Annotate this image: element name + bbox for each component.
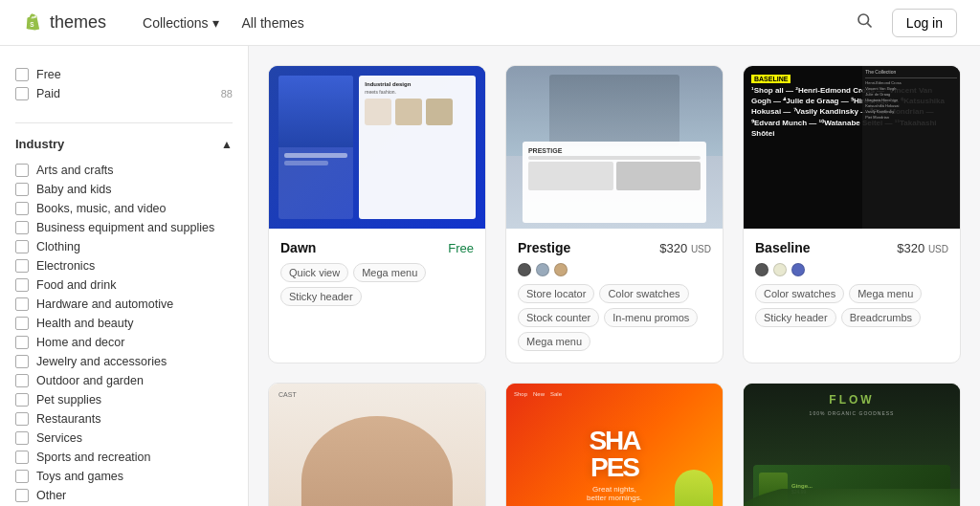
- industry-checkbox-16[interactable]: [15, 470, 29, 483]
- industry-checkbox-5[interactable]: [15, 259, 29, 273]
- tag: Sticky header: [280, 287, 362, 306]
- search-button[interactable]: [852, 8, 877, 37]
- main-content: Industrial design meets fashion. Dawn Fr…: [249, 46, 980, 506]
- theme-image: Industrial design meets fashion.: [269, 66, 485, 229]
- theme-image: BASELINE ¹Shop all — ²Henri-Edmond Cross…: [744, 66, 960, 229]
- theme-card[interactable]: BASELINE ¹Shop all — ²Henri-Edmond Cross…: [743, 65, 961, 363]
- swatch-2[interactable]: [791, 263, 805, 276]
- tag: Mega menu: [353, 263, 426, 282]
- industry-filter-item: Health and beauty: [15, 314, 233, 333]
- industry-checkbox-9[interactable]: [15, 336, 29, 349]
- industry-filter-item: Restaurants: [15, 409, 233, 429]
- tags: Store locatorColor swatchesStock counter…: [518, 284, 711, 351]
- industry-checkbox-6[interactable]: [15, 278, 29, 292]
- theme-image: ShopNewSale SHAPES Great nights,better m…: [506, 384, 723, 506]
- sidebar: Free Paid 88 Industry ▲ Arts and crafts: [0, 46, 249, 506]
- industry-filter-item: Services: [15, 429, 233, 448]
- industry-checkbox-15[interactable]: [15, 451, 29, 464]
- theme-card-body: Baseline $320 USD Color swatchesMega men…: [744, 229, 960, 339]
- svg-line-3: [867, 23, 871, 27]
- collections-nav[interactable]: Collections ▾: [133, 10, 228, 36]
- swatch-1[interactable]: [773, 263, 787, 276]
- theme-price: $320 USD: [897, 241, 948, 255]
- brand-logo[interactable]: S themes: [23, 12, 106, 33]
- industry-header: Industry ▲: [15, 137, 233, 151]
- theme-title-row: Prestige $320 USD: [518, 240, 711, 255]
- theme-price: $320 USD: [659, 241, 711, 255]
- swatch-0[interactable]: [518, 263, 531, 276]
- industry-checkbox-17[interactable]: [15, 489, 29, 502]
- theme-card[interactable]: FLOW 100% ORGANIC GOODNESS Ginge... $24.…: [743, 383, 961, 506]
- industry-filter-item: Arts and crafts: [15, 161, 233, 180]
- industry-checkbox-13[interactable]: [15, 412, 29, 426]
- theme-title-row: Baseline $320 USD: [755, 240, 948, 255]
- login-button[interactable]: Log in: [892, 9, 957, 37]
- theme-image: FLOW 100% ORGANIC GOODNESS Ginge... $24.…: [744, 384, 960, 506]
- tag: In-menu promos: [604, 308, 698, 327]
- theme-card[interactable]: PRESTIGE Prestige $320 USD Store locator: [505, 65, 724, 363]
- industry-checkbox-8[interactable]: [15, 317, 29, 330]
- industry-filter-item: Hardware and automotive: [15, 295, 233, 314]
- industry-checkbox-1[interactable]: [15, 183, 29, 196]
- paid-count: 88: [221, 88, 233, 99]
- swatch-2[interactable]: [554, 263, 568, 276]
- chevron-down-icon: ▾: [212, 15, 219, 31]
- free-filter: Free: [15, 65, 233, 84]
- industry-filter-item: Electronics: [15, 256, 233, 275]
- free-label: Free: [36, 68, 61, 81]
- tag: Color swatches: [599, 284, 688, 303]
- tag: Mega menu: [849, 284, 922, 303]
- industry-filter-item: Clothing: [15, 237, 233, 256]
- industry-checkbox-3[interactable]: [15, 221, 29, 234]
- paid-checkbox[interactable]: [15, 87, 29, 100]
- brand-name: themes: [50, 12, 106, 33]
- tag: Stock counter: [518, 308, 599, 327]
- industry-checkbox-4[interactable]: [15, 240, 29, 253]
- industry-checkbox-14[interactable]: [15, 431, 29, 445]
- theme-image: PRESTIGE: [506, 66, 723, 229]
- industry-filter-item: Outdoor and garden: [15, 371, 233, 390]
- all-themes-nav[interactable]: All themes: [233, 10, 314, 36]
- industry-filter-item: Home and decor: [15, 333, 233, 352]
- industry-filter-item: Business equipment and supplies: [15, 218, 233, 237]
- tag: Color swatches: [755, 284, 844, 303]
- industry-filter-item: Jewelry and accessories: [15, 352, 233, 371]
- tag: Store locator: [518, 284, 594, 303]
- swatch-1[interactable]: [536, 263, 549, 276]
- tag: Mega menu: [518, 332, 590, 351]
- industry-checkbox-2[interactable]: [15, 202, 29, 215]
- theme-card[interactable]: Industrial design meets fashion. Dawn Fr…: [268, 65, 486, 363]
- swatch-0[interactable]: [755, 263, 768, 276]
- shopify-icon: S: [23, 12, 44, 33]
- theme-card[interactable]: ShopNewSale SHAPES Great nights,better m…: [505, 383, 724, 506]
- paid-filter: Paid 88: [15, 84, 233, 103]
- theme-title-row: Dawn Free: [280, 240, 474, 255]
- color-swatches: [755, 263, 948, 276]
- navbar: S themes Collections ▾ All themes Log in: [0, 0, 980, 46]
- industry-checkbox-7[interactable]: [15, 297, 29, 311]
- nav-links: Collections ▾ All themes: [133, 10, 314, 36]
- industry-checkbox-10[interactable]: [15, 355, 29, 368]
- industry-filter-group: Industry ▲ Arts and crafts Baby and kids…: [15, 137, 233, 505]
- tags: Quick viewMega menuSticky header: [280, 263, 474, 306]
- paid-label: Paid: [36, 87, 60, 100]
- industry-checkbox-0[interactable]: [15, 164, 29, 177]
- theme-image: CAST The Era Earnings Best Sellers The E…: [269, 384, 485, 506]
- tags: Color swatchesMega menuSticky headerBrea…: [755, 284, 948, 327]
- industry-chevron-icon[interactable]: ▲: [221, 138, 233, 151]
- industry-filter-item: Sports and recreation: [15, 448, 233, 467]
- theme-card-body: Prestige $320 USD Store locatorColor swa…: [506, 229, 723, 363]
- theme-name: Dawn: [280, 240, 316, 255]
- theme-grid: Industrial design meets fashion. Dawn Fr…: [268, 65, 961, 506]
- free-checkbox[interactable]: [15, 68, 29, 81]
- theme-card[interactable]: CAST The Era Earnings Best Sellers The E…: [268, 383, 486, 506]
- industry-checkbox-12[interactable]: [15, 393, 29, 407]
- svg-point-2: [858, 14, 869, 25]
- tag: Quick view: [280, 263, 348, 282]
- theme-card-body: Dawn Free Quick viewMega menuSticky head…: [269, 229, 485, 318]
- divider-1: [15, 122, 233, 123]
- industry-filter-list: Arts and crafts Baby and kids Books, mus…: [15, 161, 233, 505]
- industry-filter-item: Books, music, and video: [15, 199, 233, 218]
- industry-checkbox-11[interactable]: [15, 374, 29, 387]
- industry-filter-item: Food and drink: [15, 275, 233, 295]
